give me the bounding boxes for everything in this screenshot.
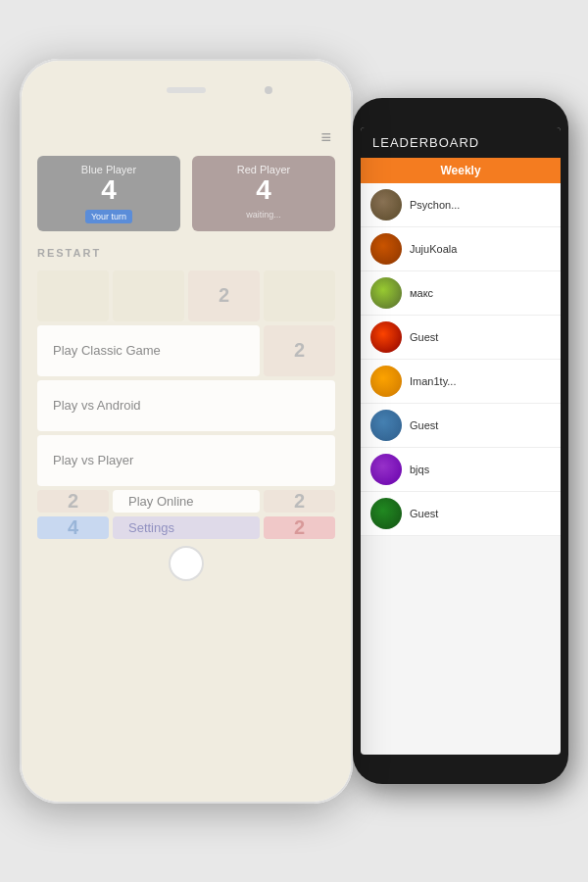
player-name: Guest: [410, 331, 438, 343]
blue-player-score: 4: [47, 175, 171, 206]
avatar: [370, 498, 402, 529]
player-name: Psychon...: [410, 199, 460, 211]
home-button[interactable]: [169, 546, 204, 581]
cell-r6c4: 2: [264, 516, 335, 539]
leaderboard-item[interactable]: Guest: [361, 404, 561, 448]
avatar: [370, 277, 402, 309]
player-name: JujuKoala: [410, 243, 457, 255]
leaderboard-item[interactable]: макс: [361, 271, 561, 316]
leaderboard-list: Psychon...JujuKoalaмаксGuestIman1ty...Gu…: [361, 183, 561, 536]
score-card-red: Red Player 4 waiting...: [192, 156, 335, 231]
cell-r5c4: 2: [264, 490, 335, 513]
player-name: bjqs: [410, 464, 429, 475]
phone-black: LEADERBOARD Weekly Psychon...JujuKoalaма…: [353, 98, 568, 784]
leaderboard-screen: LEADERBOARD Weekly Psychon...JujuKoalaма…: [361, 127, 561, 755]
leaderboard-item[interactable]: JujuKoala: [361, 227, 561, 271]
hamburger-menu[interactable]: ≡: [37, 120, 335, 156]
phone-white: ≡ Blue Player 4 Your turn Red Player 4 w…: [20, 59, 353, 804]
play-online-button[interactable]: Play Online: [113, 490, 260, 513]
phone-screen: ≡ Blue Player 4 Your turn Red Player 4 w…: [22, 61, 351, 802]
tab-weekly[interactable]: Weekly: [361, 158, 561, 183]
cell-r1c3: 2: [188, 270, 260, 321]
settings-label: Settings: [128, 520, 174, 535]
avatar: [370, 321, 402, 353]
phone-camera: [265, 86, 272, 94]
player-name: Iman1ty...: [410, 375, 456, 387]
cell-r1c2: [113, 270, 184, 321]
avatar: [370, 410, 402, 441]
game-grid: 2 Play Classic Game 2 Play vs Android Pl…: [37, 270, 335, 539]
play-vs-player-button[interactable]: Play vs Player: [37, 435, 335, 486]
red-player-status: waiting...: [202, 210, 325, 220]
cell-r1c1: [37, 270, 109, 321]
play-classic-game-label: Play Classic Game: [53, 343, 161, 358]
play-vs-player-label: Play vs Player: [53, 453, 133, 467]
leaderboard-header: LEADERBOARD: [361, 127, 561, 158]
red-player-score: 4: [202, 175, 325, 206]
player-name: Guest: [410, 419, 438, 431]
leaderboard-item[interactable]: Guest: [361, 492, 561, 536]
leaderboard-item[interactable]: Psychon...: [361, 183, 561, 227]
phone-speaker: [167, 87, 206, 93]
title-bold: LEADER: [372, 135, 429, 150]
leaderboard-item[interactable]: bjqs: [361, 448, 561, 492]
leaderboard-title: LEADERBOARD: [372, 135, 479, 150]
play-vs-android-label: Play vs Android: [53, 398, 141, 413]
phone-bottom-bar: [22, 539, 351, 588]
play-vs-android-button[interactable]: Play vs Android: [37, 380, 335, 431]
play-online-label: Play Online: [128, 494, 193, 509]
settings-button[interactable]: Settings: [113, 516, 260, 539]
phone-top-bar: [22, 61, 351, 120]
play-classic-game-button[interactable]: Play Classic Game: [37, 325, 260, 376]
leaderboard-item[interactable]: Iman1ty...: [361, 360, 561, 404]
cell-r5c1: 2: [37, 490, 109, 513]
avatar: [370, 366, 402, 397]
blue-player-status: Your turn: [85, 210, 132, 223]
restart-label[interactable]: RESTART: [37, 247, 335, 259]
player-name: Guest: [410, 508, 438, 519]
scene: LEADERBOARD Weekly Psychon...JujuKoalaма…: [20, 59, 568, 823]
avatar: [370, 189, 402, 220]
player-name: макс: [410, 287, 433, 299]
score-row: Blue Player 4 Your turn Red Player 4 wai…: [37, 156, 335, 231]
screen-content: ≡ Blue Player 4 Your turn Red Player 4 w…: [22, 120, 351, 539]
avatar: [370, 233, 402, 265]
cell-r2c4: 2: [264, 325, 335, 376]
score-card-blue: Blue Player 4 Your turn: [37, 156, 180, 231]
cell-r1c4: [264, 270, 335, 321]
title-light: BOARD: [429, 135, 479, 150]
leaderboard-item[interactable]: Guest: [361, 316, 561, 360]
avatar: [370, 454, 402, 485]
cell-r6c1: 4: [37, 516, 109, 539]
